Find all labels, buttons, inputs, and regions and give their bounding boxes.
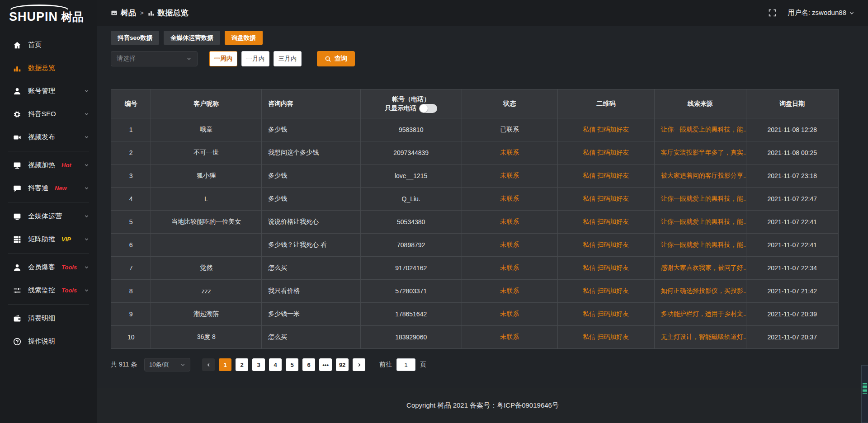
sidebar-item-douketong[interactable]: 抖客通 New — [0, 177, 97, 200]
private-message-link[interactable]: 私信 — [583, 172, 595, 179]
inquiry-table: 编号 客户昵称 咨询内容 帐号（电话） 只显示电话 状态 二维码 线索来源 询盘… — [111, 89, 839, 349]
sidebar-item-video-publish[interactable]: 视频发布 — [0, 126, 97, 149]
cell-date: 2021-11-07 20:39 — [746, 303, 838, 326]
cell-no: 8 — [111, 280, 151, 303]
tools-badge: Tools — [61, 287, 77, 294]
scan-add-friend-link[interactable]: 扫码加好友 — [597, 218, 629, 225]
page-button-1[interactable]: 1 — [219, 358, 231, 371]
page-button-6[interactable]: 6 — [302, 358, 315, 371]
cell-source-link[interactable]: 无主灯设计，智能磁吸轨道灯... — [654, 326, 746, 349]
scan-add-friend-link[interactable]: 扫码加好友 — [597, 126, 629, 133]
table-row: 8 zzz 我只看价格 572803371 未联系 私信扫码加好友 如何正确选择… — [111, 280, 839, 303]
phone-only-toggle[interactable] — [419, 104, 437, 113]
status-badge: 未联系 — [500, 195, 519, 202]
sidebar-item-douyin-seo[interactable]: 抖音SEO — [0, 103, 97, 126]
sidebar-item-video-heat[interactable]: 视频加热 Hot — [0, 154, 97, 177]
cell-source-link[interactable]: 让你一眼就爱上的黑科技，能... — [654, 234, 746, 257]
goto-page-input[interactable] — [396, 358, 415, 371]
private-message-link[interactable]: 私信 — [583, 195, 595, 202]
next-page-button[interactable] — [353, 358, 365, 371]
page-button-3[interactable]: 3 — [252, 358, 265, 371]
user-menu[interactable]: 用户名: zswodun88 — [788, 9, 854, 17]
goto-label: 前往 — [379, 361, 392, 369]
sidebar-item-expense-detail[interactable]: 消费明细 — [0, 307, 97, 330]
sidebar-item-member-burst[interactable]: 会员爆客 Tools — [0, 256, 97, 279]
page-size-select[interactable]: 10条/页 — [144, 358, 190, 371]
cell-account: 917024162 — [360, 257, 462, 280]
sidebar-item-help[interactable]: 操作说明 — [0, 330, 97, 353]
chevron-down-icon — [186, 56, 192, 61]
page-button-4[interactable]: 4 — [269, 358, 282, 371]
range-week-button[interactable]: 一周内 — [209, 51, 237, 66]
scan-add-friend-link[interactable]: 扫码加好友 — [597, 195, 629, 202]
account-select[interactable]: 请选择 — [111, 51, 198, 66]
cell-source-link[interactable]: 感谢大家喜欢我家，被问了好... — [654, 257, 746, 280]
scan-add-friend-link[interactable]: 扫码加好友 — [597, 241, 629, 248]
page-button-2[interactable]: 2 — [236, 358, 248, 371]
cell-account: 2097344839 — [360, 141, 462, 164]
cell-qrcode: 私信扫码加好友 — [557, 164, 654, 188]
query-button[interactable]: 查询 — [317, 51, 355, 66]
sidebar-item-home[interactable]: 首页 — [0, 33, 97, 56]
search-icon — [325, 56, 331, 62]
scan-add-friend-link[interactable]: 扫码加好友 — [597, 149, 629, 156]
private-message-link[interactable]: 私信 — [583, 264, 595, 271]
breadcrumb-item-page[interactable]: 数据总览 — [148, 8, 189, 18]
cell-source-link[interactable]: 被大家追着问的客厅投影分享... — [654, 164, 746, 188]
cell-content: 我想问这个多少钱 — [262, 141, 361, 164]
gear-icon — [13, 110, 21, 118]
page-ellipsis-button[interactable]: ••• — [319, 358, 332, 371]
logo-arc-decoration — [10, 5, 68, 9]
scan-add-friend-link[interactable]: 扫码加好友 — [597, 264, 629, 271]
cell-account: 9583810 — [360, 118, 462, 141]
sidebar-item-account-management[interactable]: 账号管理 — [0, 80, 97, 103]
cell-source-link[interactable]: 客厅安装投影半年多了，真实... — [654, 141, 746, 164]
sidebar-item-label: 线索监控 — [28, 286, 55, 295]
cell-account: Q_Liu. — [360, 188, 462, 211]
cell-nickname: zzz — [151, 280, 262, 303]
scan-add-friend-link[interactable]: 扫码加好友 — [597, 333, 629, 340]
private-message-link[interactable]: 私信 — [583, 310, 595, 317]
sidebar-item-label: 矩阵助推 — [28, 235, 55, 244]
private-message-link[interactable]: 私信 — [583, 287, 595, 294]
private-message-link[interactable]: 私信 — [583, 126, 595, 133]
bar-chart-icon — [148, 9, 155, 16]
scan-add-friend-link[interactable]: 扫码加好友 — [597, 172, 629, 179]
private-message-link[interactable]: 私信 — [583, 333, 595, 340]
sidebar-item-matrix-boost[interactable]: 矩阵助推 VIP — [0, 228, 97, 251]
private-message-link[interactable]: 私信 — [583, 149, 595, 156]
tab-inquiry-data[interactable]: 询盘数据 — [225, 31, 263, 45]
fullscreen-icon[interactable] — [769, 9, 776, 17]
breadcrumb-item-app[interactable]: 树品 — [111, 8, 136, 18]
cell-source-link[interactable]: 让你一眼就爱上的黑科技，能... — [654, 188, 746, 211]
cell-status: 已联系 — [462, 118, 557, 141]
cell-source-link[interactable]: 多功能护栏灯，适用于乡村文... — [654, 303, 746, 326]
cell-status: 未联系 — [462, 164, 557, 188]
sidebar-item-data-overview[interactable]: 数据总览 — [0, 56, 97, 80]
tab-douyin-seo-data[interactable]: 抖音seo数据 — [111, 31, 159, 45]
range-month-button[interactable]: 一月内 — [241, 51, 269, 66]
sidebar-item-label: 首页 — [28, 41, 42, 49]
user-icon — [13, 263, 21, 272]
page-button-5[interactable]: 5 — [286, 358, 298, 371]
cell-source-link[interactable]: 如何正确选择投影仪，买投影... — [654, 280, 746, 303]
sidebar-item-clue-monitor[interactable]: 线索监控 Tools — [0, 279, 97, 302]
image-icon — [111, 9, 118, 16]
table-row: 5 当地比较能吃的一位美女 说说价格让我死心 50534380 未联系 私信扫码… — [111, 211, 839, 234]
column-header-account: 帐号（电话） 只显示电话 — [360, 89, 462, 118]
prev-page-button[interactable] — [202, 358, 215, 371]
scan-add-friend-link[interactable]: 扫码加好友 — [597, 310, 629, 317]
scan-add-friend-link[interactable]: 扫码加好友 — [597, 287, 629, 294]
main-content: 抖音seo数据 全媒体运营数据 询盘数据 请选择 一周内 一月内 三月内 查询 — [97, 26, 868, 388]
cell-account: 178651642 — [360, 303, 462, 326]
cell-source-link[interactable]: 让你一眼就爱上的黑科技，能... — [654, 211, 746, 234]
tab-omnimedia-data[interactable]: 全媒体运营数据 — [164, 31, 220, 45]
private-message-link[interactable]: 私信 — [583, 241, 595, 248]
cell-no: 9 — [111, 303, 151, 326]
cell-source-link[interactable]: 让你一眼就爱上的黑科技，能... — [654, 118, 746, 141]
page-button-92[interactable]: 92 — [336, 358, 349, 371]
sidebar-item-omnimedia[interactable]: 全媒体运营 — [0, 205, 97, 228]
home-icon — [13, 41, 21, 49]
range-quarter-button[interactable]: 三月内 — [274, 51, 302, 66]
private-message-link[interactable]: 私信 — [583, 218, 595, 225]
